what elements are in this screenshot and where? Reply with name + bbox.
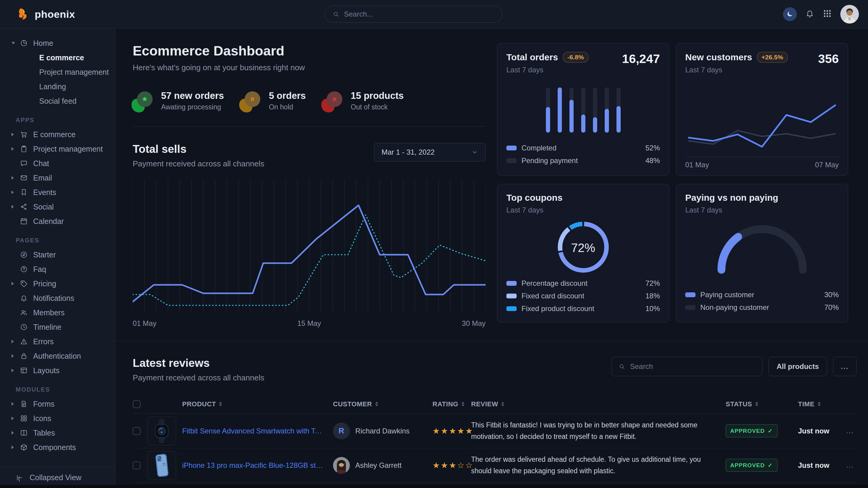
sidebar: HomeE commerceProject managementLandingS…: [0, 29, 116, 488]
paying-title: Paying vs non paying: [685, 193, 778, 203]
column-header-status[interactable]: STATUS: [726, 400, 798, 408]
new-customers-axis: [685, 157, 839, 157]
reviews-table-body: Fitbit Sense Advanced Smartwatch with To…: [133, 414, 857, 488]
reviews-search[interactable]: [612, 357, 763, 376]
sidebar-item-timeline[interactable]: Timeline: [0, 320, 115, 334]
user-avatar[interactable]: [840, 5, 859, 24]
sidebar-item-errors[interactable]: Errors: [0, 334, 115, 349]
sidebar-item-pricing[interactable]: Pricing: [0, 276, 115, 291]
select-all-checkbox[interactable]: [133, 400, 141, 408]
sidebar-item-calendar[interactable]: Calendar: [0, 214, 115, 228]
product-link[interactable]: Fitbit Sense Advanced Smartwatch with To…: [182, 427, 333, 435]
sidebar-item-icons[interactable]: Icons: [0, 411, 115, 426]
all-products-button[interactable]: All products: [769, 357, 827, 376]
sidebar-item-forms[interactable]: Forms: [0, 397, 115, 411]
total-orders-bar-chart: [546, 88, 621, 133]
paying-card: Paying vs non paying Last 7 days Paying …: [676, 184, 848, 323]
sidebar-item-authentication[interactable]: Authentication: [0, 349, 115, 363]
top-coupons-period: Last 7 days: [506, 206, 562, 214]
brand[interactable]: phoenix: [17, 7, 116, 21]
search-icon: [619, 363, 625, 370]
sidebar-item-components[interactable]: Components: [0, 440, 115, 455]
review-time: Just now: [798, 461, 846, 469]
reviews-more-button[interactable]: ...: [833, 357, 857, 376]
sidebar-item-events[interactable]: Events: [0, 185, 115, 199]
total-sells-x-axis: 01 May 15 May 30 May: [133, 319, 486, 328]
sidebar-item-label: Notifications: [33, 294, 74, 303]
global-search-input[interactable]: [344, 10, 494, 19]
customer-avatar-initial: R: [333, 423, 350, 440]
reviews-search-input[interactable]: [630, 362, 755, 371]
top-coupons-title: Top coupons: [506, 193, 562, 203]
legend-label: Pending payment: [522, 157, 578, 165]
sidebar-subitem-landing[interactable]: Landing: [0, 79, 115, 94]
sidebar-item-e-commerce[interactable]: E commerce: [0, 127, 115, 142]
caret-right-icon: [11, 402, 19, 406]
sidebar-item-label: Layouts: [33, 366, 60, 375]
row-checkbox[interactable]: [133, 427, 141, 435]
sidebar-item-label: Authentication: [33, 352, 81, 360]
column-header-review[interactable]: REVIEW: [471, 400, 726, 408]
question-icon: [20, 265, 28, 273]
sidebar-item-notifications[interactable]: Notifications: [0, 291, 115, 305]
status-badge: APPROVED ✓: [726, 459, 777, 472]
sort-icon: [219, 402, 222, 406]
latest-reviews-section: Latest reviews Payment received across a…: [116, 341, 868, 488]
top-coupons-legend: Percentage discount 72% Fixed card disco…: [506, 277, 660, 315]
legend-label: Paying customer: [700, 291, 754, 299]
column-header-product[interactable]: PRODUCT: [182, 400, 333, 408]
legend-label: Fixed product discount: [522, 304, 594, 313]
global-search[interactable]: [324, 6, 502, 23]
customer-name: Ashley Garrett: [355, 461, 401, 469]
sidebar-item-members[interactable]: Members: [0, 305, 115, 320]
sidebar-item-faq[interactable]: Faq: [0, 262, 115, 276]
sidebar-subitem-social-feed[interactable]: Social feed: [0, 94, 115, 108]
legend-swatch: [685, 292, 695, 297]
sidebar-item-tables[interactable]: Tables: [0, 426, 115, 440]
notifications-button[interactable]: [805, 9, 814, 19]
product-link[interactable]: iPhone 13 pro max-Pacific Blue-128GB sto…: [182, 461, 333, 469]
sidebar-section-apps: APPS: [16, 117, 115, 124]
sidebar-subitem-project-management[interactable]: Project management: [0, 65, 115, 79]
main-content: Ecommerce Dashboard Here's what's going …: [116, 29, 868, 488]
sidebar-item-layouts[interactable]: Layouts: [0, 363, 115, 378]
sidebar-item-project-management[interactable]: Project management: [0, 142, 115, 156]
grid-dots-icon: [823, 9, 832, 18]
product-thumbnail[interactable]: [147, 417, 176, 446]
sidebar-item-social[interactable]: Social: [0, 199, 115, 214]
legend-label: Completed: [522, 144, 556, 152]
envelope-icon: [20, 174, 28, 182]
row-more-button[interactable]: ...: [846, 461, 854, 469]
check-icon: ✓: [768, 427, 773, 434]
moon-icon: [786, 10, 794, 18]
bell-icon: [20, 294, 28, 302]
sidebar-nav: HomeE commerceProject managementLandingS…: [0, 29, 115, 467]
sidebar-item-starter[interactable]: Starter: [0, 248, 115, 262]
sidebar-item-chat[interactable]: Chat: [0, 156, 115, 171]
x-icon: [322, 91, 342, 110]
caret-right-icon: [11, 431, 19, 435]
sidebar-item-home[interactable]: Home: [0, 36, 115, 50]
date-range-select[interactable]: Mar 1 - 31, 2022: [374, 143, 486, 162]
sidebar-item-email[interactable]: Email: [0, 171, 115, 185]
sidebar-item-label: Chat: [33, 159, 49, 168]
row-checkbox[interactable]: [133, 461, 141, 469]
sidebar-section-pages: PAGES: [16, 237, 115, 244]
row-more-button[interactable]: ...: [846, 427, 854, 435]
theme-toggle-button[interactable]: [783, 7, 797, 21]
review-text: The order was delivered ahead of schedul…: [471, 454, 724, 477]
sidebar-subitem-e-commerce[interactable]: E commerce: [0, 50, 115, 65]
stat-label: On hold: [269, 103, 306, 111]
column-header-customer[interactable]: CUSTOMER: [333, 400, 433, 408]
tableicon-icon: [20, 429, 28, 437]
new-customers-value: 356: [818, 52, 839, 66]
apps-grid-button[interactable]: [823, 9, 832, 19]
top-navbar: phoenix: [0, 0, 868, 29]
x-label-start: 01 May: [685, 161, 709, 169]
column-header-rating[interactable]: RATING: [433, 400, 471, 408]
sidebar-item-label: Starter: [33, 251, 56, 259]
total-sells-title: Total sells: [133, 143, 264, 156]
product-thumbnail[interactable]: [147, 451, 176, 480]
column-header-time[interactable]: TIME: [798, 400, 846, 408]
new-customers-chart: [685, 82, 839, 156]
